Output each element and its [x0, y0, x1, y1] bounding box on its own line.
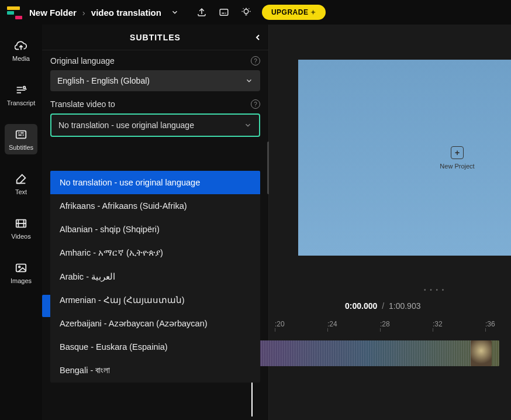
- timeline-ruler[interactable]: :20 :24 :28 :32 :36: [269, 317, 511, 331]
- breadcrumb: New Folder › video translation: [29, 8, 161, 18]
- dropdown-option[interactable]: No translation - use original language: [50, 171, 260, 194]
- timecode: 0:00.000 / 1:00.903: [345, 301, 420, 311]
- sidebar-item-label: Images: [11, 277, 32, 284]
- clip-thumbnail: [471, 340, 492, 366]
- translate-to-row: Translate video to ?: [50, 99, 260, 109]
- caption-icon[interactable]: [217, 6, 230, 19]
- plus-icon: +: [451, 146, 464, 159]
- new-project-button[interactable]: + New Project: [440, 146, 474, 170]
- dropdown-option[interactable]: Albanian - shqip (Shqipëri): [50, 218, 260, 241]
- original-language-value: English - English (Global): [57, 76, 150, 85]
- sidebar-item-videos[interactable]: Videos: [5, 213, 37, 243]
- help-icon[interactable]: ?: [251, 56, 260, 66]
- panel-title: SUBTITLES: [130, 33, 181, 42]
- breadcrumb-project[interactable]: video translation: [91, 8, 161, 18]
- ruler-tick: :32: [433, 320, 443, 328]
- ruler-tick: :24: [327, 320, 337, 328]
- app-logo: [7, 6, 22, 18]
- panel-resize-handle[interactable]: • • • •: [424, 287, 445, 293]
- sidebar-item-label: Media: [12, 55, 30, 62]
- svg-line-16: [25, 88, 26, 89]
- breadcrumb-separator: ›: [82, 8, 85, 18]
- ruler-tick: :20: [275, 320, 285, 328]
- upgrade-label: UPGRADE: [271, 8, 309, 16]
- upgrade-button[interactable]: UPGRADE ✦: [262, 5, 326, 20]
- videos-icon: [14, 216, 28, 230]
- timeline-header: 0:00.000 / 1:00.903: [269, 295, 511, 317]
- chevron-down-icon[interactable]: [168, 6, 181, 19]
- panel-header: SUBTITLES: [42, 25, 268, 50]
- collapse-panel-icon[interactable]: [253, 33, 263, 42]
- chevron-down-icon: [245, 77, 253, 85]
- svg-rect-26: [16, 264, 26, 272]
- new-project-label: New Project: [440, 163, 474, 170]
- panel-body: Original language ? English - English (G…: [42, 50, 268, 151]
- dropdown-option[interactable]: Arabic - العربية: [50, 265, 260, 288]
- sparkle-icon: ✦: [310, 9, 316, 16]
- dropdown-option[interactable]: Basque - Euskara (Espainia): [50, 335, 260, 359]
- sidebar-item-subtitles[interactable]: Subtitles: [5, 124, 37, 154]
- main-layout: Media Transcript Subtitles Text Videos: [0, 25, 511, 420]
- cloud-upload-icon: [14, 39, 28, 53]
- original-language-row: Original language ?: [50, 56, 260, 66]
- sidebar-item-label: Text: [15, 188, 27, 195]
- help-icon[interactable]: ?: [251, 99, 260, 109]
- dropdown-option[interactable]: Amharic - አማርኛ (ኢትዮጵያ): [50, 241, 260, 265]
- svg-rect-1: [220, 9, 228, 16]
- ruler-tick: :28: [380, 320, 390, 328]
- images-icon: [14, 261, 28, 275]
- right-area: + New Project • • • • 0:00.000 / 1:00.90…: [269, 25, 511, 420]
- subtitles-panel: SUBTITLES Original language ? English - …: [42, 25, 269, 420]
- sidebar-item-label: Transcript: [7, 99, 36, 106]
- translate-to-select[interactable]: No translation - use original language: [50, 113, 260, 137]
- chevron-down-icon: [244, 121, 252, 129]
- video-clip[interactable]: [237, 340, 499, 366]
- sidebar-item-transcript[interactable]: Transcript: [5, 80, 37, 110]
- text-icon: [14, 172, 28, 186]
- ruler-tick: :36: [485, 320, 495, 328]
- share-icon[interactable]: [195, 6, 208, 19]
- svg-point-27: [19, 266, 20, 268]
- dropdown-option[interactable]: Bengali - বাংলা: [50, 359, 260, 383]
- topbar-actions: UPGRADE ✦: [195, 5, 326, 20]
- original-language-select[interactable]: English - English (Global): [50, 70, 260, 91]
- timecode-total: 1:00.903: [389, 301, 421, 311]
- timecode-current: 0:00.000: [345, 301, 377, 311]
- timeline-track[interactable]: 1: [246, 335, 511, 370]
- video-preview: + New Project: [298, 60, 511, 256]
- dropdown-option[interactable]: Afrikaans - Afrikaans (Suid-Afrika): [50, 194, 260, 218]
- breadcrumb-folder[interactable]: New Folder: [29, 8, 77, 18]
- translate-to-dropdown[interactable]: No translation - use original language A…: [50, 171, 260, 383]
- waveform: [237, 340, 499, 366]
- svg-line-8: [243, 8, 244, 9]
- translate-to-value: No translation - use original language: [58, 121, 194, 130]
- timecode-separator: /: [382, 301, 384, 311]
- svg-point-15: [23, 87, 26, 89]
- dropdown-option[interactable]: Azerbaijani - Azərbaycan (Azərbaycan): [50, 312, 260, 335]
- sidebar-item-label: Subtitles: [9, 144, 33, 151]
- sidebar-item-text[interactable]: Text: [5, 168, 37, 199]
- sidebar-item-media[interactable]: Media: [5, 35, 37, 66]
- dropdown-option[interactable]: Armenian - Հայ (Հայաստան): [50, 288, 260, 312]
- transcript-icon: [14, 83, 28, 97]
- sidebar: Media Transcript Subtitles Text Videos: [0, 25, 42, 420]
- sidebar-item-label: Videos: [11, 233, 30, 240]
- svg-point-4: [244, 9, 248, 14]
- lightbulb-icon[interactable]: [240, 6, 253, 19]
- translate-to-label: Translate video to: [50, 99, 115, 109]
- topbar: New Folder › video translation UPGRADE ✦: [0, 0, 511, 25]
- subtitles-icon: [14, 128, 28, 142]
- original-language-label: Original language: [50, 56, 115, 66]
- sidebar-item-images[interactable]: Images: [5, 257, 37, 288]
- svg-line-9: [248, 8, 249, 9]
